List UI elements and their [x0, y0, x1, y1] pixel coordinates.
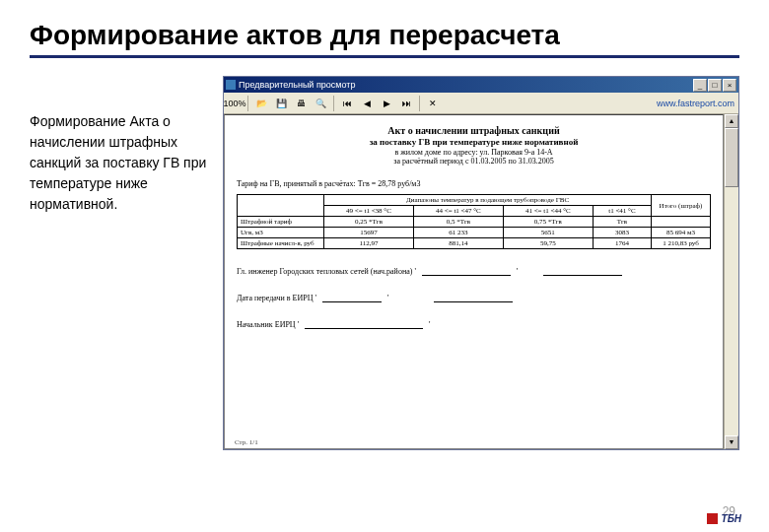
col-range-0: 49 <= t1 <38 °C [324, 206, 414, 217]
minimize-button[interactable]: _ [693, 79, 707, 92]
toolbar: 100% 📂 💾 🖶 🔍 ⏮ ◀ ▶ ⏭ ✕ www.fastreport.co… [224, 93, 738, 114]
col-range-1: 44 <= t1 <47 °C [413, 206, 503, 217]
brand-logo: ТБН [707, 513, 741, 524]
scrollbar-vertical[interactable]: ▲ ▼ [724, 114, 738, 449]
page-footer: Стр. 1/1 [235, 438, 258, 446]
first-page-icon[interactable]: ⏮ [340, 97, 354, 110]
table-group-header: Диапазоны температур в подающем трубопро… [324, 195, 652, 206]
doc-title: Акт о начислении штрафных санкций [237, 125, 711, 136]
doc-address: в жилом доме по адресу: ул. Парковая 9-а… [237, 148, 711, 157]
table-row: Uгв, м3 15697 61 233 5651 3083 85 694 м3 [238, 228, 711, 238]
vendor-link[interactable]: www.fastreport.com [657, 99, 734, 108]
report-table: Диапазоны температур в подающем трубопро… [237, 194, 711, 249]
table-row: Штрафные начисл-я, руб 112,97 881,14 59,… [238, 238, 711, 249]
zoom-combo[interactable]: 100% [228, 97, 242, 110]
scroll-up-button[interactable]: ▲ [725, 114, 738, 128]
document-page: Акт о начислении штрафных санкций за пос… [224, 114, 724, 449]
cancel-icon[interactable]: ✕ [426, 97, 440, 110]
window-titlebar: Предварительный просмотр _ □ × [224, 77, 738, 93]
scroll-down-button[interactable]: ▼ [725, 435, 738, 449]
brand-text: ТБН [722, 513, 741, 524]
sidebar-text: Формирование Акта о начислении штрафных … [30, 76, 207, 450]
open-icon[interactable]: 📂 [254, 97, 268, 110]
maximize-button[interactable]: □ [708, 79, 722, 92]
doc-tariff: Тариф на ГВ, принятый в расчётах: Тгв = … [237, 179, 711, 188]
prev-page-icon[interactable]: ◀ [360, 97, 374, 110]
page-title: Формирование актов для перерасчета [30, 20, 739, 51]
close-button[interactable]: × [723, 79, 736, 92]
doc-subtitle: за поставку ГВ при температуре ниже норм… [237, 137, 711, 147]
signature-line-1: Гл. инженер Городских тепловых сетей (на… [237, 267, 711, 276]
brand-square-icon [707, 513, 718, 524]
scroll-thumb[interactable] [725, 128, 738, 187]
save-icon[interactable]: 💾 [274, 97, 288, 110]
print-icon[interactable]: 🖶 [294, 97, 308, 110]
table-row: Штрафной тариф 0,25 *Тгв 0,5 *Тгв 0,75 *… [238, 217, 711, 228]
doc-period: за расчётный период с 01.03.2005 по 31.0… [237, 157, 711, 166]
col-range-2: 41 <= t1 <44 °C [503, 206, 593, 217]
signature-line-2: Дата передачи в ЕИРЦ ' ' [237, 294, 711, 302]
col-range-3: t1 <41 °C [593, 206, 651, 217]
preview-window: Предварительный просмотр _ □ × 100% 📂 💾 … [223, 76, 739, 450]
signature-line-3: Начальник ЕИРЦ ' ' [237, 320, 711, 329]
title-underline [30, 55, 739, 58]
table-itogo-header: Итого (штраф) [652, 195, 711, 217]
last-page-icon[interactable]: ⏭ [399, 97, 413, 110]
next-page-icon[interactable]: ▶ [380, 97, 393, 110]
app-icon [226, 80, 236, 90]
window-caption: Предварительный просмотр [239, 80, 692, 90]
search-icon[interactable]: 🔍 [314, 97, 327, 110]
